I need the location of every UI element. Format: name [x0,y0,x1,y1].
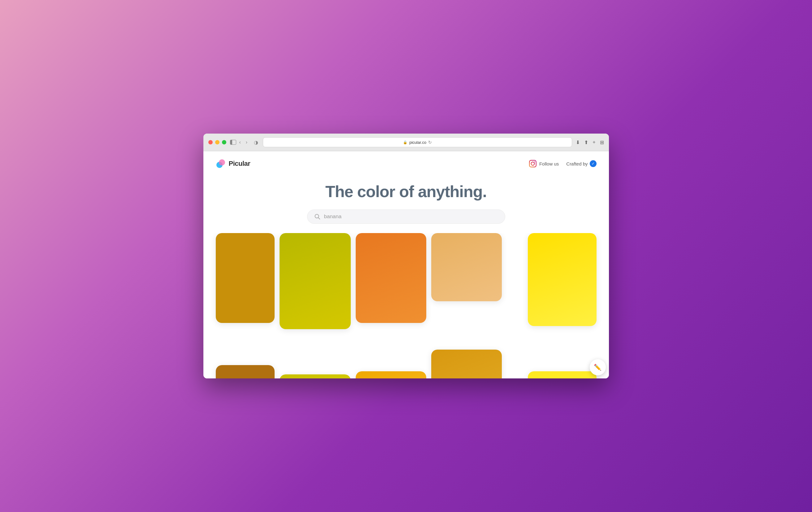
follow-us-link[interactable]: Follow us [529,160,559,168]
back-button[interactable]: ‹ [237,139,243,146]
url-text: picular.co [409,140,426,145]
crafted-by-label: Crafted by [566,161,587,166]
instagram-icon [529,160,537,168]
svg-line-6 [318,218,320,219]
search-box[interactable] [307,210,505,224]
color-card-5[interactable] [528,233,597,326]
shield-icon: ◑ [253,139,259,145]
logo-text: Picular [229,160,251,168]
site-header: Picular [203,151,609,176]
download-button[interactable]: ⬇ [576,139,580,145]
search-container [307,210,505,224]
svg-point-3 [531,162,534,165]
svg-point-4 [534,161,535,162]
color-card-4[interactable] [431,233,502,301]
color-card-9[interactable] [431,350,502,378]
page-content: Picular [203,151,609,378]
svg-point-1 [219,159,225,165]
color-card-8[interactable] [356,371,426,378]
hero-section: The color of anything. [203,176,609,233]
refresh-button[interactable]: ↻ [428,140,432,145]
browser-chrome: ‹ › ◑ 🔒 picular.co ↻ ⬇ ⬆ + ⊞ [203,134,609,151]
logo-icon [216,159,226,169]
color-card-2[interactable] [280,233,351,329]
color-card-3[interactable] [356,233,426,323]
maximize-button[interactable] [222,140,226,144]
header-nav: Follow us Crafted by ✓ [529,160,597,168]
forward-button[interactable]: › [244,139,249,146]
color-card-10[interactable] [528,371,597,378]
traffic-lights [208,140,226,144]
hero-title: The color of anything. [216,182,597,201]
search-icon [314,214,320,220]
new-tab-button[interactable]: + [592,139,595,145]
browser-actions: ⬇ ⬆ + ⊞ [576,139,604,145]
color-grid: ✏️ [203,233,609,378]
crafted-by[interactable]: Crafted by ✓ [566,160,596,167]
browser-controls: ‹ › [230,139,250,146]
edit-fab[interactable]: ✏️ [590,359,606,375]
color-card-1[interactable] [216,233,274,323]
grid-button[interactable]: ⊞ [600,139,604,145]
color-card-6[interactable] [216,365,274,378]
minimize-button[interactable] [215,140,220,144]
address-bar[interactable]: 🔒 picular.co ↻ [263,137,572,147]
lock-icon: 🔒 [403,140,407,144]
edit-icon: ✏️ [594,363,602,371]
logo[interactable]: Picular [216,159,251,169]
follow-us-label: Follow us [539,161,559,166]
color-row-1 [216,233,597,329]
share-button[interactable]: ⬆ [584,139,588,145]
color-card-7[interactable] [280,374,351,378]
search-input[interactable] [324,214,498,220]
sidebar-toggle[interactable] [230,140,236,145]
crafted-badge-icon: ✓ [590,160,597,167]
browser-window: ‹ › ◑ 🔒 picular.co ↻ ⬇ ⬆ + ⊞ Picul [203,134,609,378]
close-button[interactable] [208,140,213,144]
svg-rect-2 [529,160,536,167]
